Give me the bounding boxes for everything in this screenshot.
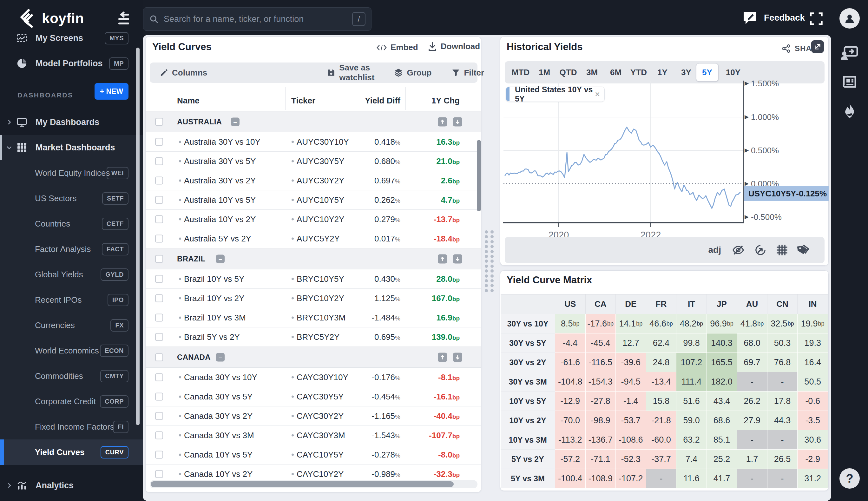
matrix-cell[interactable]: 26.5 <box>768 450 798 469</box>
row-checkbox[interactable] <box>155 138 163 146</box>
row-checkbox[interactable] <box>155 295 163 302</box>
matrix-cell[interactable]: 111.4 <box>676 372 707 392</box>
matrix-cell[interactable]: 50.3 <box>768 333 798 353</box>
table-row[interactable]: Brazil 10Y vs 5YBRYC10Y5Y0.430%28.0bp <box>146 269 481 289</box>
matrix-cell[interactable]: 107.2 <box>676 353 707 372</box>
column-header-name[interactable]: Name <box>177 96 200 106</box>
flame-icon[interactable] <box>843 102 857 120</box>
matrix-cell[interactable]: -17.6bp <box>586 314 616 333</box>
matrix-column-header-jp[interactable]: JP <box>707 295 737 314</box>
sidebar-item-commodities[interactable]: CommoditiesCMTY <box>0 363 143 389</box>
matrix-cell[interactable]: 19.3 <box>797 333 828 353</box>
matrix-cell[interactable]: 41.8bp <box>737 314 768 333</box>
matrix-cell[interactable]: -3.5 <box>797 411 828 430</box>
matrix-cell[interactable]: 16.4 <box>797 353 828 372</box>
matrix-cell[interactable]: -45.4 <box>586 333 616 353</box>
download-button[interactable]: Download <box>428 42 480 51</box>
table-row[interactable]: Australia 5Y vs 2YAUYC5Y2Y0.017%-18.4bp <box>146 229 481 248</box>
matrix-cell[interactable]: 51.6 <box>676 392 707 411</box>
table-row[interactable]: Canada 30Y vs 2YCAYC30Y2Y-1.165%-40.4bp <box>146 406 481 426</box>
matrix-cell[interactable]: 14.1bp <box>616 314 646 333</box>
group-checkbox[interactable] <box>155 353 163 361</box>
sidebar-item-factor-analysis[interactable]: Factor AnalysisFACT <box>0 236 143 262</box>
matrix-cell[interactable]: 32.5bp <box>768 314 798 333</box>
group-checkbox[interactable] <box>155 118 163 126</box>
matrix-cell[interactable]: -100.4 <box>555 469 586 488</box>
table-row[interactable]: Australia 10Y vs 2YAUYC10Y2Y0.279%-13.7b… <box>146 210 481 229</box>
hide-series-icon[interactable] <box>732 244 744 256</box>
matrix-cell[interactable]: -94.5 <box>616 372 646 392</box>
matrix-cell[interactable]: -71.1 <box>586 450 616 469</box>
matrix-cell[interactable]: 12.7 <box>616 333 646 353</box>
table-row[interactable]: Australia 10Y vs 5YAUYC10Y5Y0.262%4.7bp <box>146 190 481 210</box>
matrix-cell[interactable]: 27.9 <box>737 411 768 430</box>
matrix-cell[interactable]: -12.9 <box>555 392 586 411</box>
row-checkbox[interactable] <box>155 314 163 322</box>
move-group-down-icon[interactable] <box>453 117 462 126</box>
matrix-column-header-it[interactable]: IT <box>676 295 707 314</box>
sidebar-scrollbar[interactable] <box>136 47 140 425</box>
matrix-cell[interactable]: 7.4 <box>676 450 707 469</box>
row-checkbox[interactable] <box>155 177 163 185</box>
sidebar-item-my-screens[interactable]: My Screens MYS <box>0 25 143 51</box>
sidebar-item-analytics[interactable]: Analytics <box>0 473 143 498</box>
matrix-cell[interactable]: 25.2 <box>707 450 737 469</box>
matrix-cell[interactable]: 17.8 <box>768 392 798 411</box>
move-group-up-icon[interactable] <box>438 254 447 263</box>
matrix-cell[interactable]: -70.0 <box>555 411 586 430</box>
matrix-cell[interactable]: - <box>768 430 798 450</box>
row-checkbox[interactable] <box>155 196 163 204</box>
matrix-cell[interactable]: -57.2 <box>555 450 586 469</box>
matrix-cell[interactable]: 31.2 <box>797 469 828 488</box>
search-input[interactable]: Search for a name, ticker, or function / <box>143 7 372 31</box>
table-row[interactable]: Australia 30Y vs 10YAUYC30Y10Y0.418%16.3… <box>146 132 481 152</box>
matrix-column-header-au[interactable]: AU <box>737 295 768 314</box>
table-row[interactable]: Brazil 5Y vs 2YBRYC5Y2Y0.695%139.0bp <box>146 328 481 347</box>
sidebar-item-world-economics[interactable]: World EconomicsECON <box>0 338 143 363</box>
row-checkbox[interactable] <box>155 157 163 165</box>
news-icon[interactable] <box>841 74 858 89</box>
matrix-cell[interactable]: -2.9 <box>797 450 828 469</box>
row-checkbox[interactable] <box>155 235 163 243</box>
matrix-cell[interactable]: -60.0 <box>646 430 677 450</box>
sidebar-item-model-portfolios[interactable]: Model Portfolios MP <box>0 51 143 76</box>
matrix-column-header-fr[interactable]: FR <box>646 295 677 314</box>
matrix-cell[interactable]: 85.1 <box>707 430 737 450</box>
matrix-cell[interactable]: 11.6 <box>676 469 707 488</box>
panel-resize-handle[interactable] <box>485 230 494 294</box>
matrix-cell[interactable]: -107.2 <box>616 469 646 488</box>
row-checkbox[interactable] <box>155 393 163 401</box>
matrix-cell[interactable]: - <box>737 430 768 450</box>
sidebar-item-yield-curves[interactable]: Yield CurvesCURV <box>0 439 143 465</box>
koyfin-logo-icon[interactable] <box>20 9 38 28</box>
row-checkbox[interactable] <box>155 373 163 381</box>
matrix-cell[interactable]: -136.7 <box>586 430 616 450</box>
matrix-cell[interactable]: -154.3 <box>586 372 616 392</box>
table-row[interactable]: Canada 10Y vs 5YCAYC10Y5Y-0.278%-8.0bp <box>146 445 481 465</box>
matrix-cell[interactable]: -27.8 <box>586 392 616 411</box>
table-row[interactable]: Australia 30Y vs 2YAUYC30Y2Y0.697%2.6bp <box>146 171 481 190</box>
collapse-group-icon[interactable]: – <box>231 117 239 126</box>
table-row[interactable]: Australia 30Y vs 5YAUYC30Y5Y0.680%21.0bp <box>146 152 481 171</box>
matrix-cell[interactable]: -108.6 <box>616 430 646 450</box>
matrix-cell[interactable]: -53.7 <box>616 411 646 430</box>
matrix-cell[interactable]: 68.0 <box>737 333 768 353</box>
matrix-cell[interactable]: -113.2 <box>555 430 586 450</box>
matrix-cell[interactable]: -39.6 <box>616 353 646 372</box>
close-icon[interactable]: × <box>595 89 600 99</box>
matrix-cell[interactable]: - <box>737 372 768 392</box>
matrix-cell[interactable]: 62.4 <box>646 333 677 353</box>
row-checkbox[interactable] <box>155 333 163 341</box>
scrollbar-thumb[interactable] <box>151 481 454 487</box>
matrix-cell[interactable]: 44.3 <box>768 411 798 430</box>
matrix-cell[interactable]: -4.4 <box>555 333 586 353</box>
column-header-1y-chg[interactable]: 1Y Chg <box>406 96 460 106</box>
move-group-up-icon[interactable] <box>438 352 447 362</box>
adjust-button[interactable]: adj <box>708 245 721 255</box>
matrix-cell[interactable]: -61.6 <box>555 353 586 372</box>
feedback-button[interactable]: Feedback <box>742 10 805 26</box>
row-checkbox[interactable] <box>155 215 163 223</box>
sidebar-item-my-dashboards[interactable]: My Dashboards <box>0 109 143 135</box>
annotate-pointer-icon[interactable] <box>754 244 767 256</box>
matrix-cell[interactable]: 24.8 <box>646 353 677 372</box>
